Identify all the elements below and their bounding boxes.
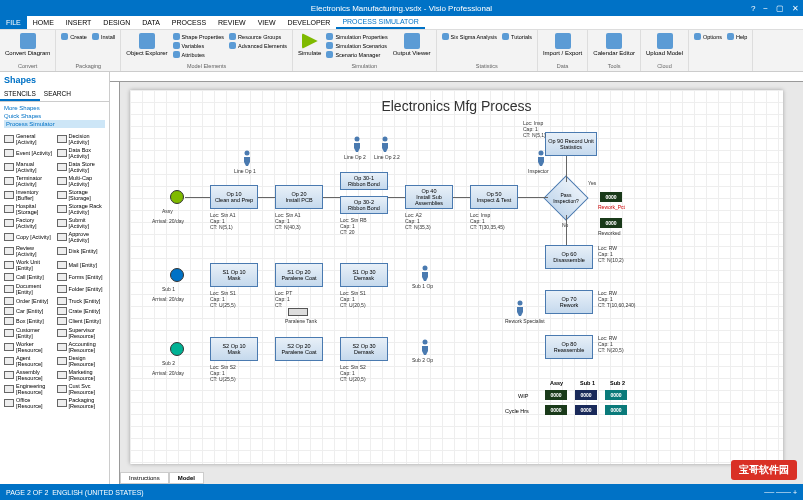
stencil-item[interactable]: Forms [Entity]	[55, 272, 108, 282]
tab-process[interactable]: PROCESS	[166, 16, 212, 29]
stencil-item[interactable]: Factory [Activity]	[2, 216, 55, 230]
create-button[interactable]: Create	[60, 32, 88, 41]
sim-scenarios-button[interactable]: Simulation Scenarios	[325, 41, 388, 50]
paralene-tank-icon[interactable]	[288, 308, 308, 316]
attributes-button[interactable]: Attributes	[172, 50, 226, 59]
tab-review[interactable]: REVIEW	[212, 16, 252, 29]
op30-1-box[interactable]: Op 30-1Ribbon Bond	[340, 172, 388, 190]
tab-home[interactable]: HOME	[27, 16, 60, 29]
op10-box[interactable]: Op 10Clean and Prep	[210, 185, 258, 209]
sub1-op-icon[interactable]	[420, 265, 430, 281]
tutorials-button[interactable]: Tutorials	[501, 32, 533, 41]
stencil-item[interactable]: Document [Entity]	[2, 282, 55, 296]
op50-box[interactable]: Op 50Inspect & Test	[470, 185, 518, 209]
stencil-item[interactable]: Data Box [Activity]	[55, 146, 108, 160]
stencil-item[interactable]: Office [Resource]	[2, 396, 55, 410]
pass-decision[interactable]: Pass Inspection?	[543, 175, 588, 220]
convert-diagram-button[interactable]: Convert Diagram	[4, 32, 51, 57]
search-tab[interactable]: SEARCH	[40, 88, 75, 101]
upload-model-button[interactable]: Upload Model	[645, 32, 684, 57]
help-button[interactable]: ?	[751, 4, 755, 13]
page-tab-model[interactable]: Model	[169, 472, 204, 484]
import-export-button[interactable]: Import / Export	[542, 32, 583, 57]
stencil-item[interactable]: Approve [Activity]	[55, 230, 108, 244]
scenario-manager-button[interactable]: Scenario Manager	[325, 50, 388, 59]
stencil-item[interactable]: Call [Entity]	[2, 272, 55, 282]
stencil-item[interactable]: Review [Activity]	[2, 244, 55, 258]
stencil-item[interactable]: Multi-Cap [Activity]	[55, 174, 108, 188]
stencil-item[interactable]: Worker [Resource]	[2, 340, 55, 354]
line-op-2-icon[interactable]	[352, 136, 362, 152]
stencil-item[interactable]: Client [Entity]	[55, 316, 108, 326]
stencil-item[interactable]: Supervisor [Resource]	[55, 326, 108, 340]
install-button[interactable]: Install	[91, 32, 116, 41]
stencil-item[interactable]: Terminator [Activity]	[2, 174, 55, 188]
stencil-item[interactable]: Decision [Activity]	[55, 132, 108, 146]
s1op30-box[interactable]: S1 Op 30Demask	[340, 263, 388, 287]
variables-button[interactable]: Variables	[172, 41, 226, 50]
op30-2-box[interactable]: Op 30-2Ribbon Bond	[340, 196, 388, 214]
tab-view[interactable]: VIEW	[252, 16, 282, 29]
stencil-item[interactable]: Agent [Resource]	[2, 354, 55, 368]
object-explorer-button[interactable]: Object Explorer	[125, 32, 168, 57]
stencil-item[interactable]: Accounting [Resource]	[55, 340, 108, 354]
quick-shapes-link[interactable]: Quick Shapes	[4, 112, 105, 120]
help-button-ribbon[interactable]: Help	[726, 32, 748, 41]
stencil-item[interactable]: Disk [Entity]	[55, 244, 108, 258]
sub2-start[interactable]	[170, 342, 184, 356]
stencil-item[interactable]: Design [Resource]	[55, 354, 108, 368]
simulate-button[interactable]: Simulate	[297, 32, 322, 57]
s1op20-box[interactable]: S1 Op 20Paralene Coat	[275, 263, 323, 287]
page-tab-instructions[interactable]: Instructions	[120, 472, 169, 484]
s2op10-box[interactable]: S2 Op 10Mask	[210, 337, 258, 361]
stencil-item[interactable]: Customer [Entity]	[2, 326, 55, 340]
stencil-item[interactable]: Order [Entity]	[2, 296, 55, 306]
stencil-item[interactable]: Cust Svc [Resource]	[55, 382, 108, 396]
op20-box[interactable]: Op 20Install PCB	[275, 185, 323, 209]
inspector-icon[interactable]	[536, 150, 546, 166]
minimize-button[interactable]: −	[763, 4, 768, 13]
drawing-canvas[interactable]: Electronics Mfg Process Assy Arrival: 20…	[130, 90, 783, 464]
output-viewer-button[interactable]: Output Viewer	[392, 32, 432, 57]
stencil-item[interactable]: Engineering [Resource]	[2, 382, 55, 396]
tab-insert[interactable]: INSERT	[60, 16, 98, 29]
process-simulator-stencil[interactable]: Process Simulator	[4, 120, 105, 128]
rework-specialist-icon[interactable]	[515, 300, 525, 316]
stencil-item[interactable]: Inventory [Buffer]	[2, 188, 55, 202]
stencil-item[interactable]: Mail [Entity]	[55, 258, 108, 272]
tab-design[interactable]: DESIGN	[97, 16, 136, 29]
tab-file[interactable]: FILE	[0, 16, 27, 29]
stencil-item[interactable]: Marketing [Resource]	[55, 368, 108, 382]
s1op10-box[interactable]: S1 Op 10Mask	[210, 263, 258, 287]
canvas-area[interactable]: Electronics Mfg Process Assy Arrival: 20…	[110, 72, 803, 484]
stencil-item[interactable]: Storage Rack [Activity]	[55, 202, 108, 216]
line-op-2-2-icon[interactable]	[380, 136, 390, 152]
assy-start[interactable]	[170, 190, 184, 204]
op60-box[interactable]: Op 60Disassemble	[545, 245, 593, 269]
s2op20-box[interactable]: S2 Op 20Paralene Coat	[275, 337, 323, 361]
advanced-elements-button[interactable]: Advanced Elements	[228, 41, 288, 50]
stencil-item[interactable]: Crate [Entity]	[55, 306, 108, 316]
maximize-button[interactable]: ▢	[776, 4, 784, 13]
op90-box[interactable]: Op 90 Record Unit Statistics	[545, 132, 597, 156]
stencil-item[interactable]: Manual [Activity]	[2, 160, 55, 174]
stencil-item[interactable]: Data Store [Activity]	[55, 160, 108, 174]
stencil-item[interactable]: Box [Entity]	[2, 316, 55, 326]
six-sigma-button[interactable]: Six Sigma Analysis	[441, 32, 498, 41]
sub2-op-icon[interactable]	[420, 339, 430, 355]
stencil-item[interactable]: Assembly [Resource]	[2, 368, 55, 382]
stencil-item[interactable]: Work Unit [Entity]	[2, 258, 55, 272]
stencil-item[interactable]: Event [Activity]	[2, 146, 55, 160]
resource-groups-button[interactable]: Resource Groups	[228, 32, 288, 41]
shape-properties-button[interactable]: Shape Properties	[172, 32, 226, 41]
close-button[interactable]: ✕	[792, 4, 799, 13]
op70-box[interactable]: Op 70Rework	[545, 290, 593, 314]
line-op-1-icon[interactable]	[242, 150, 252, 166]
op40-box[interactable]: Op 40Install Sub Assemblies	[405, 185, 453, 209]
stencil-item[interactable]: Copy [Activity]	[2, 230, 55, 244]
op80-box[interactable]: Op 80Reassemble	[545, 335, 593, 359]
stencil-item[interactable]: Packaging [Resource]	[55, 396, 108, 410]
stencil-item[interactable]: Truck [Entity]	[55, 296, 108, 306]
sim-properties-button[interactable]: Simulation Properties	[325, 32, 388, 41]
stencil-item[interactable]: Storage [Storage]	[55, 188, 108, 202]
